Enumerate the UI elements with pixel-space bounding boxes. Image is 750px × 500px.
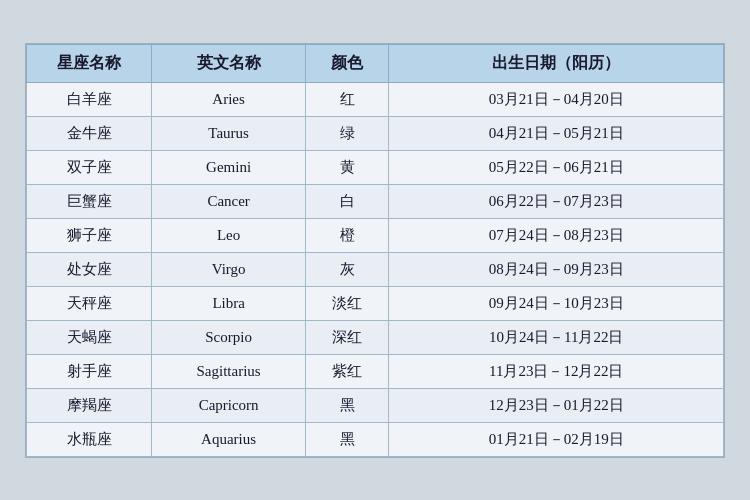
cell-zh-name: 摩羯座 [27, 388, 152, 422]
cell-color: 灰 [305, 252, 389, 286]
header-color: 颜色 [305, 44, 389, 82]
cell-en-name: Aquarius [152, 422, 305, 456]
table-row: 摩羯座Capricorn黑12月23日－01月22日 [27, 388, 724, 422]
table-row: 狮子座Leo橙07月24日－08月23日 [27, 218, 724, 252]
cell-date: 10月24日－11月22日 [389, 320, 724, 354]
zodiac-table-container: 星座名称 英文名称 颜色 出生日期（阳历） 白羊座Aries红03月21日－04… [25, 43, 725, 458]
cell-zh-name: 天蝎座 [27, 320, 152, 354]
cell-zh-name: 天秤座 [27, 286, 152, 320]
header-zh-name: 星座名称 [27, 44, 152, 82]
cell-en-name: Scorpio [152, 320, 305, 354]
table-row: 双子座Gemini黄05月22日－06月21日 [27, 150, 724, 184]
cell-color: 黑 [305, 388, 389, 422]
cell-en-name: Libra [152, 286, 305, 320]
header-date: 出生日期（阳历） [389, 44, 724, 82]
table-body: 白羊座Aries红03月21日－04月20日金牛座Taurus绿04月21日－0… [27, 82, 724, 456]
cell-color: 黄 [305, 150, 389, 184]
cell-color: 白 [305, 184, 389, 218]
cell-date: 09月24日－10月23日 [389, 286, 724, 320]
cell-date: 06月22日－07月23日 [389, 184, 724, 218]
cell-zh-name: 双子座 [27, 150, 152, 184]
cell-zh-name: 巨蟹座 [27, 184, 152, 218]
zodiac-table: 星座名称 英文名称 颜色 出生日期（阳历） 白羊座Aries红03月21日－04… [26, 44, 724, 457]
table-row: 巨蟹座Cancer白06月22日－07月23日 [27, 184, 724, 218]
cell-zh-name: 水瓶座 [27, 422, 152, 456]
cell-color: 黑 [305, 422, 389, 456]
cell-color: 淡红 [305, 286, 389, 320]
cell-date: 03月21日－04月20日 [389, 82, 724, 116]
cell-date: 08月24日－09月23日 [389, 252, 724, 286]
header-en-name: 英文名称 [152, 44, 305, 82]
table-row: 金牛座Taurus绿04月21日－05月21日 [27, 116, 724, 150]
cell-en-name: Cancer [152, 184, 305, 218]
cell-zh-name: 狮子座 [27, 218, 152, 252]
table-row: 处女座Virgo灰08月24日－09月23日 [27, 252, 724, 286]
cell-en-name: Virgo [152, 252, 305, 286]
cell-zh-name: 处女座 [27, 252, 152, 286]
cell-date: 05月22日－06月21日 [389, 150, 724, 184]
table-row: 天蝎座Scorpio深红10月24日－11月22日 [27, 320, 724, 354]
cell-en-name: Gemini [152, 150, 305, 184]
cell-zh-name: 射手座 [27, 354, 152, 388]
cell-date: 04月21日－05月21日 [389, 116, 724, 150]
cell-en-name: Aries [152, 82, 305, 116]
cell-color: 橙 [305, 218, 389, 252]
table-row: 射手座Sagittarius紫红11月23日－12月22日 [27, 354, 724, 388]
cell-color: 深红 [305, 320, 389, 354]
cell-en-name: Sagittarius [152, 354, 305, 388]
cell-color: 绿 [305, 116, 389, 150]
cell-en-name: Capricorn [152, 388, 305, 422]
cell-zh-name: 金牛座 [27, 116, 152, 150]
cell-en-name: Leo [152, 218, 305, 252]
cell-zh-name: 白羊座 [27, 82, 152, 116]
table-header-row: 星座名称 英文名称 颜色 出生日期（阳历） [27, 44, 724, 82]
cell-en-name: Taurus [152, 116, 305, 150]
table-row: 天秤座Libra淡红09月24日－10月23日 [27, 286, 724, 320]
table-row: 白羊座Aries红03月21日－04月20日 [27, 82, 724, 116]
cell-date: 07月24日－08月23日 [389, 218, 724, 252]
cell-color: 红 [305, 82, 389, 116]
table-row: 水瓶座Aquarius黑01月21日－02月19日 [27, 422, 724, 456]
cell-color: 紫红 [305, 354, 389, 388]
cell-date: 11月23日－12月22日 [389, 354, 724, 388]
cell-date: 01月21日－02月19日 [389, 422, 724, 456]
cell-date: 12月23日－01月22日 [389, 388, 724, 422]
